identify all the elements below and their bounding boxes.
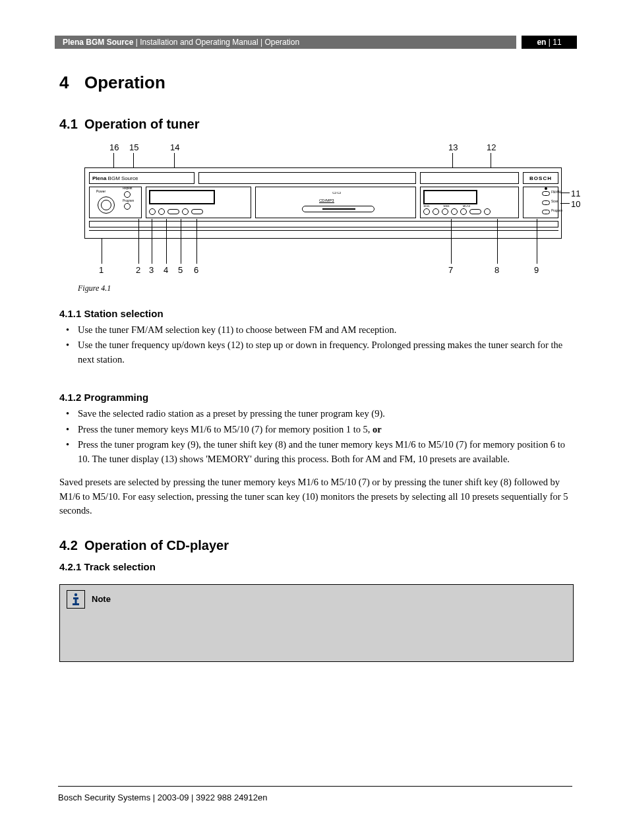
callout-line	[497, 219, 498, 264]
program-label: Program	[123, 199, 134, 202]
list-item-text: Press the tuner memory keys M1/6 to M5/1…	[78, 424, 373, 435]
chapter-num: 4	[59, 73, 84, 93]
ource-label: ource	[125, 175, 138, 181]
section-4-2-num: 4.2	[59, 538, 84, 553]
device-outline: Plena BGM Source BOSCH Power Repeat Prog…	[84, 167, 562, 239]
fmam-knob-icon	[542, 191, 550, 196]
callout-line	[166, 219, 167, 264]
device-bottom-line	[89, 230, 558, 231]
tuner-btn-icon	[460, 208, 467, 215]
section-4-1-heading: 4.1Operation of tuner	[59, 117, 574, 132]
scan-knob-icon	[542, 200, 550, 205]
note-head: Note	[60, 585, 573, 614]
note-label: Note	[92, 594, 111, 604]
bosch-cell: BOSCH	[523, 172, 558, 184]
callout-line	[152, 219, 152, 264]
callout-1: 1	[99, 265, 104, 275]
tuner-buttons	[423, 208, 491, 215]
callout-14: 14	[170, 142, 179, 152]
tuner-panel: M1/6 M3/8 M5/10	[420, 187, 519, 218]
subsection-4-1-2-heading: 4.1.2 Programming	[59, 392, 574, 403]
device-top-row: Plena BGM Source BOSCH	[89, 172, 558, 184]
section-4-1-num: 4.1	[59, 117, 84, 132]
section-4-1-title: Operation of tuner	[84, 117, 199, 131]
m510-label: M5/10	[463, 204, 469, 208]
section-4-2-title: Operation of CD-player	[84, 538, 229, 553]
section-4-2-heading: 4.2Operation of CD-player	[59, 538, 574, 553]
prog-label: Program	[551, 209, 562, 212]
header-sep3: |	[546, 38, 553, 47]
callout-5: 5	[178, 265, 183, 275]
svg-rect-2	[75, 597, 77, 604]
header-lang: en	[537, 38, 546, 47]
callout-line	[196, 219, 197, 264]
repeat-label: Repeat	[123, 187, 133, 190]
callout-10: 10	[571, 199, 580, 209]
scan-label: Scan	[551, 200, 558, 203]
callout-4: 4	[164, 265, 168, 275]
callout-line	[537, 219, 537, 264]
callout-7: 7	[448, 265, 453, 275]
tuner-btn-icon	[451, 208, 458, 215]
m27-label	[433, 204, 440, 208]
header-right: en | 11	[522, 36, 577, 49]
callout-line	[451, 219, 452, 264]
callout-line	[560, 203, 570, 204]
callout-6: 6	[194, 265, 198, 275]
figure-4-1: 16 15 14 13 12 Plena BGM Source BOSCH Po…	[73, 140, 574, 278]
list-item: Press the tuner program key (9), the tun…	[59, 438, 574, 466]
device-mid-row: Power Repeat Program	[89, 187, 558, 218]
chapter-title: Operation	[84, 73, 165, 92]
figure-caption: Figure 4.1	[78, 284, 574, 293]
callout-line	[181, 219, 181, 264]
callout-9: 9	[534, 265, 539, 275]
cd-logo-icon: ▭▭	[314, 190, 360, 195]
header-bar: Plena BGM Source | Installation and Oper…	[55, 36, 577, 49]
header-page: 11	[553, 38, 561, 47]
page: Plena BGM Source | Installation and Oper…	[0, 0, 629, 840]
sub-421-num: 4.2.1	[59, 561, 81, 572]
chapter-heading: 4Operation	[59, 73, 574, 93]
tuner-display-icon	[423, 190, 477, 204]
info-icon	[67, 590, 85, 609]
tuner-shift-icon	[469, 209, 481, 214]
svg-rect-3	[73, 603, 79, 605]
callout-3: 3	[149, 265, 154, 275]
sub-411-num: 4.1.1	[59, 308, 81, 319]
header-product: Plena BGM Source	[63, 38, 133, 47]
header-sep1: |	[133, 38, 140, 47]
dot-icon	[545, 187, 547, 190]
cd-label-panel: ▭▭ CD/MP3	[255, 187, 416, 218]
bgm-label: BGM S	[108, 175, 125, 181]
top-cell-3	[420, 172, 519, 184]
prog-knob-icon	[542, 210, 550, 214]
footer-rule	[58, 786, 572, 787]
callout-13: 13	[448, 142, 458, 152]
cd-mp3-label: CD/MP3	[319, 198, 334, 203]
or-bold: or	[373, 424, 382, 435]
cd-panel	[146, 187, 251, 218]
cd-btn-icon	[158, 208, 165, 215]
brand-cell: Plena BGM Source	[89, 172, 195, 184]
tuner-btn-icon	[433, 208, 439, 215]
cd-slot-icon	[302, 206, 374, 212]
subsection-4-1-1-heading: 4.1.1 Station selection	[59, 308, 574, 319]
callout-11: 11	[571, 189, 580, 198]
sub-411-title: Station selection	[84, 308, 164, 319]
callout-line	[102, 239, 102, 264]
header-section: Operation	[264, 38, 299, 47]
power-label: Power	[96, 189, 105, 193]
sub-411-list: Use the tuner FM/AM selection key (11) t…	[59, 323, 574, 367]
callout-2: 2	[136, 265, 140, 275]
svg-point-0	[75, 593, 77, 595]
cd-btn-icon	[182, 208, 189, 215]
note-box: Note	[59, 584, 574, 662]
m16-label: M1/6	[423, 204, 430, 208]
callout-line	[560, 193, 570, 193]
tuner-btn-icon	[423, 208, 430, 215]
tuner-mem-labels: M1/6 M3/8 M5/10	[423, 204, 469, 208]
callout-8: 8	[494, 265, 499, 275]
list-item: Press the tuner memory keys M1/6 to M5/1…	[59, 423, 574, 436]
callout-15: 15	[129, 142, 138, 152]
list-item: Save the selected radio station as a pre…	[59, 407, 574, 421]
